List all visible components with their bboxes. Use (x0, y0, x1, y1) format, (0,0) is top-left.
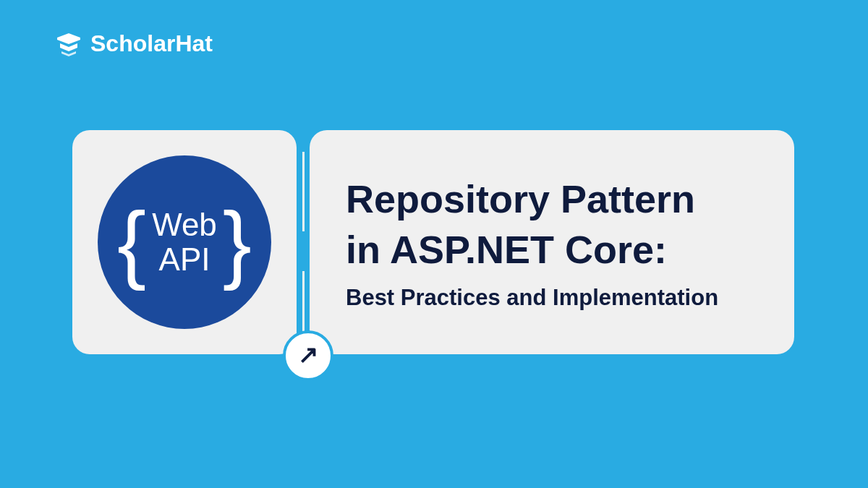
badge-text: Web API (152, 207, 217, 278)
web-api-badge: { Web API } (98, 155, 271, 329)
badge-card: { Web API } (72, 130, 297, 354)
card-connector (297, 130, 310, 354)
arrow-button[interactable]: ↗ (283, 330, 333, 381)
badge-line1: Web (152, 207, 217, 242)
content-cards: { Web API } Repository Pattern in ASP.NE… (72, 130, 794, 354)
subtitle: Best Practices and Implementation (346, 284, 758, 311)
badge-line2: API (159, 242, 210, 277)
arrow-up-right-icon: ↗ (298, 340, 318, 369)
badge-content: { Web API } (117, 199, 252, 286)
logo-icon (54, 29, 83, 58)
connector-line (302, 152, 305, 231)
brace-left-icon: { (117, 199, 146, 286)
title-card: Repository Pattern in ASP.NET Core: Best… (310, 130, 794, 354)
connector-line (302, 271, 305, 336)
main-title: Repository Pattern in ASP.NET Core: (346, 174, 758, 275)
title-line2: in ASP.NET Core: (346, 228, 667, 271)
brace-right-icon: } (223, 199, 252, 286)
brand-logo: ScholarHat (54, 29, 213, 58)
brand-name: ScholarHat (90, 30, 213, 57)
title-line1: Repository Pattern (346, 177, 695, 221)
